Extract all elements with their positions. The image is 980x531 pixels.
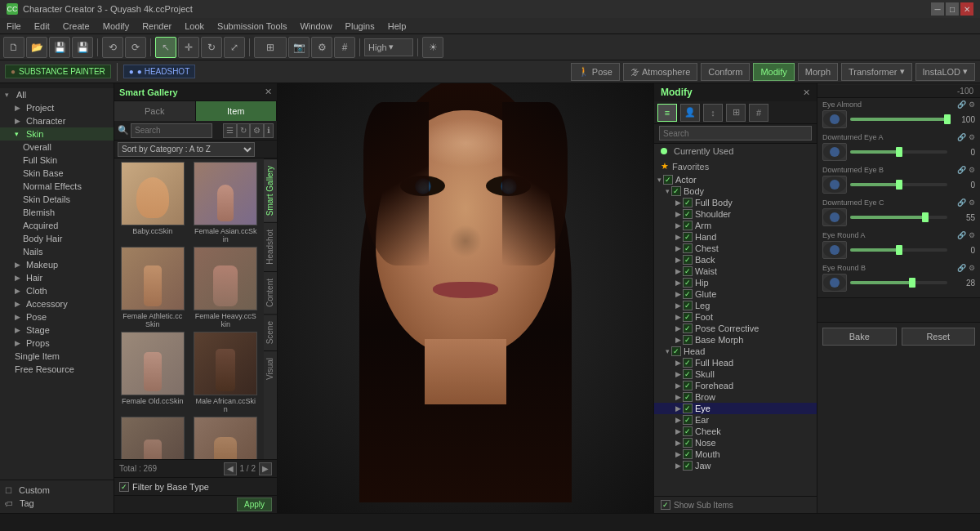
- modify-hip[interactable]: ▶ ✓ Hip: [654, 277, 817, 288]
- modify-tab-arrow[interactable]: ↕: [703, 104, 723, 122]
- modify-full-head[interactable]: ▶ ✓ Full Head: [654, 357, 817, 368]
- modify-shoulder[interactable]: ▶ ✓ Shoulder: [654, 208, 817, 220]
- gallery-info-btn[interactable]: ℹ: [264, 123, 274, 138]
- modify-pose-corrective[interactable]: ▶ ✓ Pose Corrective: [654, 323, 817, 334]
- modify-hand[interactable]: ▶ ✓ Hand: [654, 231, 817, 243]
- gallery-tab-item[interactable]: Item: [196, 101, 278, 121]
- slider-erb-track[interactable]: [850, 281, 947, 284]
- menu-plugins[interactable]: Plugins: [342, 18, 378, 34]
- transformer-btn[interactable]: Transformer ▾: [841, 63, 912, 81]
- modify-body[interactable]: ▾ ✓ Body: [654, 185, 817, 197]
- tree-pose[interactable]: ▶ Pose: [0, 310, 114, 324]
- tree-skin-base[interactable]: Skin Base: [0, 167, 114, 180]
- window-controls[interactable]: ─ □ ✕: [931, 2, 973, 16]
- save-btn[interactable]: 💾: [49, 37, 70, 58]
- pose-btn[interactable]: 🚶 Pose: [571, 63, 620, 81]
- modify-leg[interactable]: ▶ ✓ Leg: [654, 300, 817, 311]
- glute-check[interactable]: ✓: [683, 289, 693, 299]
- tree-blemish[interactable]: Blemish: [0, 206, 114, 219]
- tree-stage[interactable]: ▶ Stage: [0, 324, 114, 337]
- modify-arm[interactable]: ▶ ✓ Arm: [654, 220, 817, 231]
- modify-eye[interactable]: ▶ ✓ Eye: [654, 403, 817, 414]
- substance-painter-btn[interactable]: ● SUBSTANCE PAINTER: [5, 65, 111, 78]
- tree-free-resource[interactable]: Free Resource: [0, 363, 114, 376]
- jaw-check[interactable]: ✓: [683, 461, 693, 471]
- modify-tab-sliders[interactable]: ≡: [657, 104, 677, 122]
- menu-create[interactable]: Create: [60, 18, 93, 34]
- gallery-sort-select[interactable]: Sort by Category : A to Z: [118, 142, 255, 157]
- tree-project[interactable]: ▶ Project: [0, 101, 114, 114]
- instalod-btn[interactable]: InstaLOD ▾: [915, 63, 975, 81]
- modify-mode-btn[interactable]: Modify: [753, 63, 794, 81]
- ear-check[interactable]: ✓: [683, 415, 693, 425]
- headshot-btn[interactable]: ● ● HEADSHOT: [123, 65, 195, 78]
- modify-head[interactable]: ▾ ✓ Head: [654, 346, 817, 357]
- menu-submission-tools[interactable]: Submission Tools: [214, 18, 290, 34]
- tree-nails[interactable]: Nails: [0, 245, 114, 258]
- leg-check[interactable]: ✓: [683, 301, 693, 310]
- head-check[interactable]: ✓: [671, 346, 681, 356]
- tree-makeup[interactable]: ▶ Makeup: [0, 258, 114, 271]
- pose-corrective-check[interactable]: ✓: [683, 324, 693, 333]
- full-head-check[interactable]: ✓: [683, 358, 693, 368]
- modify-nose[interactable]: ▶ ✓ Nose: [654, 437, 817, 448]
- modify-forehead[interactable]: ▶ ✓ Forehead: [654, 380, 817, 391]
- conform-btn[interactable]: Conform: [701, 63, 750, 81]
- gallery-item-8[interactable]: ---: [191, 417, 261, 459]
- modify-close-icon[interactable]: ✕: [803, 87, 810, 98]
- favorites-row[interactable]: ★ Favorites: [654, 158, 817, 174]
- sun-btn[interactable]: ☀: [422, 37, 443, 58]
- shoulder-check[interactable]: ✓: [683, 209, 693, 219]
- modify-foot[interactable]: ▶ ✓ Foot: [654, 311, 817, 323]
- tree-accessory[interactable]: ▶ Accessory: [0, 297, 114, 310]
- modify-tab-texture[interactable]: #: [749, 104, 768, 122]
- gallery-item-female-old[interactable]: Female Old.ccSkin: [118, 332, 188, 413]
- base-morph-check[interactable]: ✓: [683, 335, 693, 345]
- menu-render[interactable]: Render: [139, 18, 175, 34]
- skull-check[interactable]: ✓: [683, 369, 693, 379]
- modify-ear[interactable]: ▶ ✓ Ear: [654, 414, 817, 426]
- tree-skin[interactable]: ▾ Skin: [0, 127, 114, 141]
- atmosphere-btn[interactable]: 🌫 Atmosphere: [623, 63, 697, 81]
- gallery-item-female-athletic[interactable]: Female Athletic.ccSkin: [118, 247, 188, 328]
- modify-glute[interactable]: ▶ ✓ Glute: [654, 288, 817, 300]
- menu-file[interactable]: File: [3, 18, 24, 34]
- modify-mouth[interactable]: ▶ ✓ Mouth: [654, 448, 817, 460]
- slider-dte-b-handle[interactable]: [896, 180, 902, 190]
- hand-check[interactable]: ✓: [683, 232, 693, 242]
- mouth-check[interactable]: ✓: [683, 449, 693, 459]
- arm-check[interactable]: ✓: [683, 221, 693, 230]
- rotate-btn[interactable]: ↻: [201, 37, 222, 58]
- scale-btn[interactable]: ⤢: [224, 37, 245, 58]
- camera-btn[interactable]: 📷: [288, 37, 310, 58]
- tree-tag[interactable]: 🏷 Tag: [5, 497, 109, 510]
- slider-era-track[interactable]: [850, 248, 947, 252]
- full-body-check[interactable]: ✓: [683, 198, 693, 207]
- maximize-button[interactable]: □: [946, 2, 959, 16]
- gallery-item-male-african[interactable]: Male African.ccSkin: [191, 332, 261, 413]
- slider-era-handle[interactable]: [896, 245, 902, 255]
- modify-cheek[interactable]: ▶ ✓ Cheek: [654, 426, 817, 437]
- gallery-settings-btn[interactable]: ⚙: [250, 123, 264, 138]
- tree-all[interactable]: ▾ All: [0, 88, 114, 101]
- slider-dte-c-track[interactable]: [850, 216, 947, 219]
- slider-dte-b-track[interactable]: [850, 183, 947, 186]
- slider-dte-c-handle[interactable]: [922, 212, 929, 222]
- nose-check[interactable]: ✓: [683, 438, 693, 448]
- bake-button[interactable]: Bake: [822, 328, 897, 346]
- modify-tab-grid[interactable]: ⊞: [726, 104, 746, 122]
- side-tab-visual[interactable]: Visual: [264, 350, 277, 386]
- modify-tab-person[interactable]: 👤: [680, 104, 700, 122]
- show-sub-checkbox[interactable]: ✓: [661, 500, 670, 510]
- gallery-apply-btn[interactable]: Apply: [237, 498, 272, 511]
- gallery-next-btn[interactable]: ▶: [259, 462, 272, 475]
- modify-waist[interactable]: ▶ ✓ Waist: [654, 266, 817, 277]
- tree-custom[interactable]: ☐ Custom: [5, 484, 109, 497]
- new-btn[interactable]: 🗋: [3, 37, 24, 58]
- minimize-button[interactable]: ─: [931, 2, 944, 16]
- gallery-item-female-heavy[interactable]: Female Heavy.ccSkin: [191, 247, 261, 328]
- slider-dte-a-handle[interactable]: [896, 147, 902, 157]
- menu-window[interactable]: Window: [296, 18, 335, 34]
- modify-chest[interactable]: ▶ ✓ Chest: [654, 243, 817, 254]
- menu-help[interactable]: Help: [385, 18, 410, 34]
